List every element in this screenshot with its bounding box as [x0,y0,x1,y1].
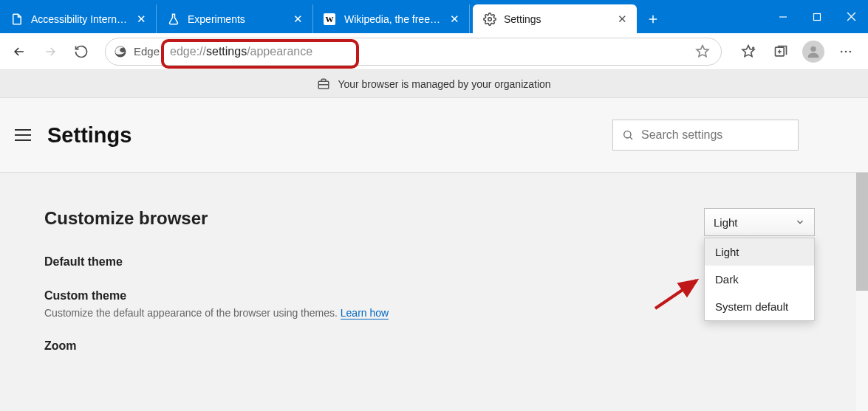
tab-accessibility-internals[interactable]: Accessibility Internals ✕ [0,4,157,33]
search-settings-input[interactable] [641,128,789,142]
managed-banner: Your browser is managed by your organiza… [0,70,868,98]
zoom-row: Zoom [44,339,824,353]
tab-label: Wikipedia, the free en [344,13,441,25]
vertical-scrollbar[interactable] [856,173,868,411]
more-menu-button[interactable] [831,37,861,66]
svg-rect-1 [814,13,821,20]
flask-icon [167,13,180,26]
avatar-icon [802,41,824,63]
tab-label: Accessibility Internals [31,13,128,25]
gear-icon [483,13,496,26]
close-icon[interactable]: ✕ [613,10,631,28]
theme-dropdown: Light Dark System default [704,238,815,321]
search-icon [622,128,634,142]
new-tab-button[interactable] [637,4,669,33]
svg-point-7 [850,50,852,52]
edge-logo-icon [113,44,128,59]
tab-strip: Accessibility Internals ✕ Experiments ✕ … [0,0,766,33]
svg-point-0 [488,17,492,21]
close-icon[interactable]: ✕ [445,10,463,28]
close-window-button[interactable] [834,0,868,33]
svg-point-5 [841,50,843,52]
settings-content: Customize browser Default theme Custom t… [0,173,868,411]
url-text: edge://settings/appearance [167,45,691,58]
tab-label: Settings [504,13,609,25]
search-settings-field[interactable] [612,120,799,151]
tab-wikipedia[interactable]: W Wikipedia, the free en ✕ [313,4,470,33]
close-icon[interactable]: ✕ [132,10,150,28]
theme-select[interactable]: Light [704,208,815,236]
window-controls [766,0,868,33]
learn-how-link[interactable]: Learn how [341,307,389,320]
favorite-star-icon[interactable] [691,37,714,66]
page-icon [10,13,24,26]
address-bar[interactable]: Edge edge://settings/appearance [105,38,722,66]
theme-option-dark[interactable]: Dark [705,266,814,293]
close-icon[interactable]: ✕ [289,10,307,28]
forward-button[interactable] [35,37,65,66]
site-identity-label: Edge [134,45,160,58]
tab-label: Experiments [188,13,284,25]
svg-point-6 [845,50,847,52]
menu-button[interactable] [15,125,35,145]
collections-button[interactable] [766,37,796,66]
maximize-button[interactable] [800,0,834,33]
theme-option-system-default[interactable]: System default [705,293,814,320]
svg-point-9 [624,131,631,138]
managed-text: Your browser is managed by your organiza… [338,78,550,90]
toolbar: Edge edge://settings/appearance [0,33,868,70]
refresh-button[interactable] [66,37,96,66]
page-title: Settings [47,123,612,148]
back-button[interactable] [4,37,34,66]
site-identity[interactable]: Edge [113,44,167,59]
favorites-button[interactable] [734,37,763,66]
profile-button[interactable] [799,37,828,66]
tab-experiments[interactable]: Experiments ✕ [157,4,313,33]
theme-select-value: Light [714,216,738,229]
theme-option-light[interactable]: Light [705,238,814,266]
minimize-button[interactable] [766,0,800,33]
zoom-label: Zoom [44,339,824,353]
briefcase-icon [317,77,330,91]
chevron-down-icon [795,217,805,227]
title-bar: Accessibility Internals ✕ Experiments ✕ … [0,0,868,33]
settings-header: Settings [0,98,868,172]
scroll-thumb[interactable] [856,173,868,291]
wikipedia-icon: W [324,13,337,26]
svg-point-4 [810,46,816,51]
tab-settings[interactable]: Settings ✕ [473,4,637,33]
